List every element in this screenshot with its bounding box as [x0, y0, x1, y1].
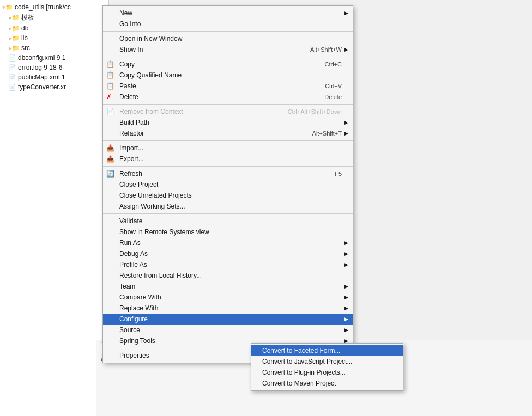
menu-label-replace-with: Replace With	[119, 304, 158, 312]
menu-item-show-remote[interactable]: Show in Remote Systems view	[103, 227, 353, 237]
submenu-label-convert-maven: Convert to Maven Project	[262, 380, 336, 387]
menu-label-copy-qualified: Copy Qualified Name	[119, 71, 182, 79]
menu-label-paste: Paste	[119, 82, 136, 90]
menu-label-run-as: Run As	[119, 239, 141, 247]
menu-label-show-in: Show In	[119, 46, 143, 53]
menu-label-team: Team	[119, 283, 135, 290]
file-tree: ▾📁 code_utils [trunk/cc ▸📁 模板 ▸📁 db ▸📁 l…	[0, 0, 109, 416]
menu-label-import: Import...	[119, 144, 143, 152]
menu-shortcut-refactor: Alt+Shift+T	[296, 130, 342, 137]
paste-icon: 📋	[106, 82, 114, 90]
menu-label-refresh: Refresh	[119, 170, 142, 178]
menu-label-properties: Properties	[119, 352, 149, 359]
menu-shortcut-refresh: F5	[318, 170, 342, 177]
separator-6	[103, 213, 353, 214]
configure-submenu: Convert to Faceted Form... Convert to Ja…	[251, 343, 403, 391]
menu-shortcut-remove-context: Ctrl+Alt+Shift+Down	[271, 108, 342, 115]
menu-label-go-into: Go Into	[119, 20, 141, 28]
context-menu: New Go Into Open in New Window Show In A…	[102, 5, 353, 363]
menu-item-configure[interactable]: Configure	[103, 314, 353, 325]
submenu-item-convert-maven[interactable]: Convert to Maven Project	[251, 378, 403, 389]
menu-label-source: Source	[119, 326, 140, 334]
menu-item-assign-working-sets[interactable]: Assign Working Sets...	[103, 201, 353, 212]
tree-item-dbconfig[interactable]: 📄 dbconfig.xml 9 1	[0, 53, 108, 63]
menu-label-assign-working-sets: Assign Working Sets...	[119, 203, 185, 210]
submenu-label-convert-faceted: Convert to Faceted Form...	[262, 347, 340, 354]
menu-item-source[interactable]: Source	[103, 325, 353, 335]
menu-label-close-unrelated: Close Unrelated Projects	[119, 192, 192, 199]
menu-item-debug-as[interactable]: Debug As	[103, 248, 353, 259]
menu-item-show-in[interactable]: Show In Alt+Shift+W	[103, 44, 353, 55]
menu-shortcut-paste: Ctrl+V	[309, 83, 342, 89]
menu-label-close-project: Close Project	[119, 181, 158, 188]
submenu-item-convert-plugin[interactable]: Convert to Plug-in Projects...	[251, 367, 403, 378]
separator-5	[103, 166, 353, 167]
menu-item-restore-history[interactable]: Restore from Local History...	[103, 270, 353, 281]
menu-label-export: Export...	[119, 155, 144, 163]
submenu-label-convert-plugin: Convert to Plug-in Projects...	[262, 369, 346, 376]
menu-item-copy-qualified[interactable]: 📋 Copy Qualified Name	[103, 70, 353, 81]
menu-label-validate: Validate	[119, 217, 142, 225]
menu-label-delete: Delete	[119, 93, 138, 101]
menu-item-export[interactable]: 📤 Export...	[103, 154, 353, 164]
tree-item-src[interactable]: ▸📁 src	[0, 43, 108, 53]
submenu-item-convert-faceted[interactable]: Convert to Faceted Form...	[251, 345, 403, 356]
menu-label-compare-with: Compare With	[119, 293, 161, 301]
menu-item-run-as[interactable]: Run As	[103, 237, 353, 248]
refresh-icon: 🔄	[106, 170, 114, 178]
separator-3	[103, 104, 353, 105]
menu-item-delete[interactable]: ✗ Delete Delete	[103, 91, 353, 102]
menu-item-open-new-window[interactable]: Open in New Window	[103, 33, 353, 44]
menu-label-show-remote: Show in Remote Systems view	[119, 228, 209, 236]
submenu-item-convert-javascript[interactable]: Convert to JavaScript Project...	[251, 356, 403, 367]
menu-label-remove-context: Remove from Context	[119, 108, 183, 115]
separator-4	[103, 140, 353, 141]
delete-icon: ✗	[106, 93, 112, 101]
menu-item-team[interactable]: Team	[103, 281, 353, 292]
menu-item-new[interactable]: New	[103, 8, 353, 19]
submenu-label-convert-javascript: Convert to JavaScript Project...	[262, 358, 352, 365]
separator-1	[103, 31, 353, 32]
menu-item-remove-context[interactable]: 📄 Remove from Context Ctrl+Alt+Shift+Dow…	[103, 106, 353, 117]
menu-item-copy[interactable]: 📋 Copy Ctrl+C	[103, 59, 353, 70]
tree-item-publicmap[interactable]: 📄 publicMap.xml 1	[0, 72, 108, 82]
menu-item-refactor[interactable]: Refactor Alt+Shift+T	[103, 128, 353, 139]
menu-label-configure: Configure	[119, 315, 148, 323]
menu-item-paste[interactable]: 📋 Paste Ctrl+V	[103, 81, 353, 91]
menu-label-debug-as: Debug As	[119, 250, 148, 258]
menu-label-new: New	[119, 9, 132, 17]
menu-item-profile-as[interactable]: Profile As	[103, 259, 353, 270]
tree-root[interactable]: ▾📁 code_utils [trunk/cc	[0, 2, 108, 12]
menu-item-build-path[interactable]: Build Path	[103, 117, 353, 128]
import-icon: 📥	[106, 144, 114, 152]
tree-item-db[interactable]: ▸📁 db	[0, 23, 108, 33]
menu-label-spring-tools: Spring Tools	[119, 337, 155, 345]
menu-item-validate[interactable]: Validate	[103, 216, 353, 227]
menu-label-copy: Copy	[119, 60, 135, 68]
menu-shortcut-show-in: Alt+Shift+W	[294, 46, 342, 53]
tree-item-errorlog[interactable]: 📄 error.log 9 18-6-	[0, 63, 108, 72]
copy-icon: 📋	[106, 60, 114, 68]
separator-2	[103, 57, 353, 57]
menu-label-profile-as: Profile As	[119, 261, 147, 268]
menu-label-build-path: Build Path	[119, 119, 149, 126]
menu-item-close-unrelated[interactable]: Close Unrelated Projects	[103, 190, 353, 201]
export-icon: 📤	[106, 155, 114, 163]
menu-item-close-project[interactable]: Close Project	[103, 179, 353, 190]
menu-item-refresh[interactable]: 🔄 Refresh F5	[103, 168, 353, 179]
menu-item-compare-with[interactable]: Compare With	[103, 292, 353, 303]
menu-label-restore-history: Restore from Local History...	[119, 272, 202, 279]
menu-label-open-new-window: Open in New Window	[119, 35, 182, 42]
menu-item-go-into[interactable]: Go Into	[103, 19, 353, 29]
tree-item-typeconverter[interactable]: 📄 typeConverter.xr	[0, 82, 108, 92]
menu-label-refactor: Refactor	[119, 130, 144, 137]
menu-shortcut-delete: Delete	[308, 94, 342, 100]
menu-item-replace-with[interactable]: Replace With	[103, 303, 353, 314]
copy-qualified-icon: 📋	[106, 71, 114, 79]
tree-item-templates[interactable]: ▸📁 模板	[0, 12, 108, 23]
menu-shortcut-copy: Ctrl+C	[309, 61, 342, 68]
remove-context-icon: 📄	[106, 108, 114, 115]
menu-item-import[interactable]: 📥 Import...	[103, 143, 353, 154]
tree-item-lib[interactable]: ▸📁 lib	[0, 33, 108, 43]
